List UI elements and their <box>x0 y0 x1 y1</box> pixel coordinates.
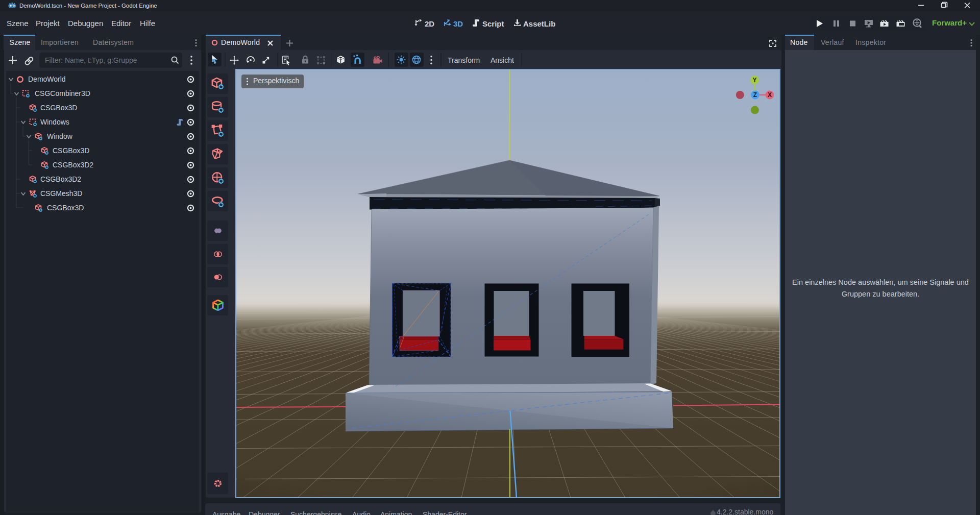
svg-text:X: X <box>768 91 772 99</box>
svg-text:Y: Y <box>753 77 757 84</box>
svg-text:Z: Z <box>753 91 757 99</box>
